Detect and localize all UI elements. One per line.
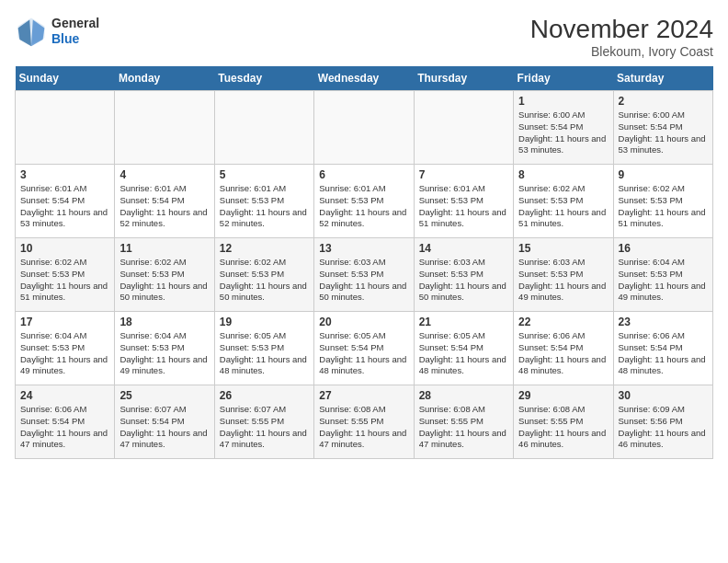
- day-number: 24: [20, 389, 109, 402]
- day-info: Sunrise: 6:04 AM Sunset: 5:53 PM Dayligh…: [619, 257, 708, 304]
- calendar-subtitle: Blekoum, Ivory Coast: [530, 44, 713, 59]
- day-number: 3: [20, 168, 109, 181]
- day-info: Sunrise: 6:03 AM Sunset: 5:53 PM Dayligh…: [518, 257, 608, 304]
- day-info: Sunrise: 6:01 AM Sunset: 5:54 PM Dayligh…: [20, 183, 109, 230]
- calendar-cell: [314, 91, 414, 165]
- calendar-title: November 2024: [530, 15, 713, 44]
- svg-marker-1: [31, 19, 44, 46]
- weekday-header-thursday: Thursday: [414, 66, 513, 91]
- calendar-cell: 27Sunrise: 6:08 AM Sunset: 5:55 PM Dayli…: [314, 385, 414, 459]
- day-info: Sunrise: 6:03 AM Sunset: 5:53 PM Dayligh…: [319, 257, 408, 304]
- week-row-1: 1Sunrise: 6:00 AM Sunset: 5:54 PM Daylig…: [16, 91, 713, 165]
- calendar-cell: 14Sunrise: 6:03 AM Sunset: 5:53 PM Dayli…: [414, 238, 513, 312]
- day-info: Sunrise: 6:08 AM Sunset: 5:55 PM Dayligh…: [518, 404, 608, 451]
- calendar-cell: 9Sunrise: 6:02 AM Sunset: 5:53 PM Daylig…: [613, 165, 712, 238]
- calendar-cell: 4Sunrise: 6:01 AM Sunset: 5:54 PM Daylig…: [115, 165, 214, 238]
- week-row-2: 3Sunrise: 6:01 AM Sunset: 5:54 PM Daylig…: [16, 165, 713, 238]
- calendar-cell: 12Sunrise: 6:02 AM Sunset: 5:53 PM Dayli…: [214, 238, 313, 312]
- week-row-3: 10Sunrise: 6:02 AM Sunset: 5:53 PM Dayli…: [16, 238, 713, 312]
- day-info: Sunrise: 6:04 AM Sunset: 5:53 PM Dayligh…: [20, 330, 109, 377]
- day-number: 6: [319, 168, 408, 181]
- day-info: Sunrise: 6:02 AM Sunset: 5:53 PM Dayligh…: [619, 183, 708, 230]
- day-number: 27: [319, 389, 408, 402]
- day-number: 7: [419, 168, 508, 181]
- calendar-table: SundayMondayTuesdayWednesdayThursdayFrid…: [15, 66, 713, 459]
- weekday-header-wednesday: Wednesday: [314, 66, 414, 91]
- day-info: Sunrise: 6:05 AM Sunset: 5:54 PM Dayligh…: [319, 330, 408, 377]
- calendar-cell: 17Sunrise: 6:04 AM Sunset: 5:53 PM Dayli…: [16, 312, 115, 385]
- day-number: 10: [20, 242, 109, 255]
- day-number: 8: [518, 168, 608, 181]
- calendar-cell: 30Sunrise: 6:09 AM Sunset: 5:56 PM Dayli…: [613, 385, 712, 459]
- logo: General Blue: [15, 15, 99, 48]
- calendar-cell: 20Sunrise: 6:05 AM Sunset: 5:54 PM Dayli…: [314, 312, 414, 385]
- calendar-cell: 28Sunrise: 6:08 AM Sunset: 5:55 PM Dayli…: [414, 385, 513, 459]
- calendar-cell: [214, 91, 313, 165]
- day-number: 12: [220, 242, 309, 255]
- day-info: Sunrise: 6:06 AM Sunset: 5:54 PM Dayligh…: [20, 404, 109, 451]
- day-info: Sunrise: 6:01 AM Sunset: 5:53 PM Dayligh…: [319, 183, 408, 230]
- weekday-header-row: SundayMondayTuesdayWednesdayThursdayFrid…: [16, 66, 713, 91]
- calendar-cell: 15Sunrise: 6:03 AM Sunset: 5:53 PM Dayli…: [514, 238, 613, 312]
- calendar-cell: 22Sunrise: 6:06 AM Sunset: 5:54 PM Dayli…: [514, 312, 613, 385]
- day-number: 9: [619, 168, 708, 181]
- logo-general: General: [51, 16, 99, 31]
- day-info: Sunrise: 6:06 AM Sunset: 5:54 PM Dayligh…: [619, 330, 708, 377]
- calendar-cell: 1Sunrise: 6:00 AM Sunset: 5:54 PM Daylig…: [514, 91, 613, 165]
- calendar-cell: 13Sunrise: 6:03 AM Sunset: 5:53 PM Dayli…: [314, 238, 414, 312]
- day-info: Sunrise: 6:07 AM Sunset: 5:55 PM Dayligh…: [220, 404, 309, 451]
- calendar-cell: [115, 91, 214, 165]
- day-number: 5: [220, 168, 309, 181]
- calendar-cell: 11Sunrise: 6:02 AM Sunset: 5:53 PM Dayli…: [115, 238, 214, 312]
- day-number: 28: [419, 389, 508, 402]
- day-info: Sunrise: 6:02 AM Sunset: 5:53 PM Dayligh…: [220, 257, 309, 304]
- day-info: Sunrise: 6:01 AM Sunset: 5:54 PM Dayligh…: [119, 183, 209, 230]
- calendar-cell: 18Sunrise: 6:04 AM Sunset: 5:53 PM Dayli…: [115, 312, 214, 385]
- day-number: 29: [518, 389, 608, 402]
- day-number: 2: [619, 95, 708, 108]
- day-number: 18: [119, 316, 209, 328]
- day-info: Sunrise: 6:00 AM Sunset: 5:54 PM Dayligh…: [518, 109, 608, 156]
- calendar-cell: 2Sunrise: 6:00 AM Sunset: 5:54 PM Daylig…: [613, 91, 712, 165]
- day-number: 22: [518, 316, 608, 328]
- day-info: Sunrise: 6:03 AM Sunset: 5:53 PM Dayligh…: [419, 257, 508, 304]
- page-header: General Blue November 2024 Blekoum, Ivor…: [15, 15, 713, 59]
- day-number: 26: [220, 389, 309, 402]
- weekday-header-monday: Monday: [115, 66, 214, 91]
- calendar-cell: 3Sunrise: 6:01 AM Sunset: 5:54 PM Daylig…: [16, 165, 115, 238]
- day-info: Sunrise: 6:04 AM Sunset: 5:53 PM Dayligh…: [119, 330, 209, 377]
- day-number: 17: [20, 316, 109, 328]
- day-info: Sunrise: 6:02 AM Sunset: 5:53 PM Dayligh…: [20, 257, 109, 304]
- day-info: Sunrise: 6:00 AM Sunset: 5:54 PM Dayligh…: [619, 109, 708, 156]
- day-number: 16: [619, 242, 708, 255]
- day-number: 13: [319, 242, 408, 255]
- weekday-header-friday: Friday: [514, 66, 613, 91]
- weekday-header-tuesday: Tuesday: [214, 66, 313, 91]
- day-number: 23: [619, 316, 708, 328]
- week-row-4: 17Sunrise: 6:04 AM Sunset: 5:53 PM Dayli…: [16, 312, 713, 385]
- day-number: 15: [518, 242, 608, 255]
- day-number: 14: [419, 242, 508, 255]
- calendar-cell: 21Sunrise: 6:05 AM Sunset: 5:54 PM Dayli…: [414, 312, 513, 385]
- weekday-header-sunday: Sunday: [16, 66, 115, 91]
- logo-icon: [15, 15, 48, 48]
- day-info: Sunrise: 6:02 AM Sunset: 5:53 PM Dayligh…: [518, 183, 608, 230]
- logo-text: General Blue: [51, 16, 99, 47]
- weekday-header-saturday: Saturday: [613, 66, 712, 91]
- calendar-cell: 6Sunrise: 6:01 AM Sunset: 5:53 PM Daylig…: [314, 165, 414, 238]
- svg-marker-2: [18, 19, 31, 46]
- day-number: 11: [119, 242, 209, 255]
- day-info: Sunrise: 6:06 AM Sunset: 5:54 PM Dayligh…: [518, 330, 608, 377]
- day-info: Sunrise: 6:01 AM Sunset: 5:53 PM Dayligh…: [419, 183, 508, 230]
- day-number: 4: [119, 168, 209, 181]
- calendar-cell: 26Sunrise: 6:07 AM Sunset: 5:55 PM Dayli…: [214, 385, 313, 459]
- calendar-cell: [414, 91, 513, 165]
- day-info: Sunrise: 6:08 AM Sunset: 5:55 PM Dayligh…: [319, 404, 408, 451]
- calendar-cell: 16Sunrise: 6:04 AM Sunset: 5:53 PM Dayli…: [613, 238, 712, 312]
- day-number: 21: [419, 316, 508, 328]
- day-number: 25: [119, 389, 209, 402]
- day-number: 1: [518, 95, 608, 108]
- day-info: Sunrise: 6:05 AM Sunset: 5:54 PM Dayligh…: [419, 330, 508, 377]
- calendar-cell: 10Sunrise: 6:02 AM Sunset: 5:53 PM Dayli…: [16, 238, 115, 312]
- calendar-cell: 5Sunrise: 6:01 AM Sunset: 5:53 PM Daylig…: [214, 165, 313, 238]
